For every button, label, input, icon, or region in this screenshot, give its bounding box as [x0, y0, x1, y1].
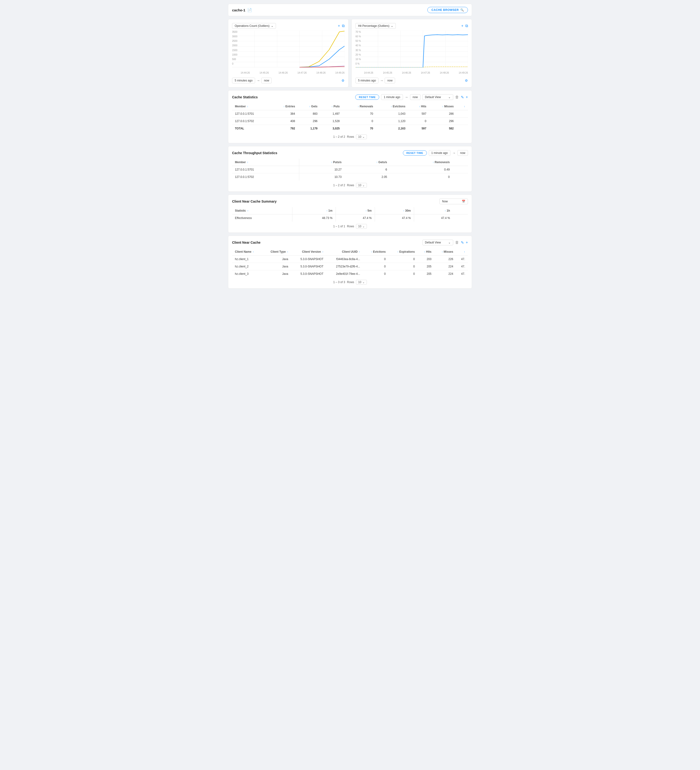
table-row: 127.0.0.1:5701 10.27 6 0.49 — [232, 166, 468, 173]
chevron-down-icon: ⌄ — [362, 280, 365, 284]
chevron-down-icon: ⌄ — [448, 241, 451, 244]
col-ncs-1m: ↑ 1m — [292, 207, 335, 215]
client-near-cache-pagination: 1 – 3 of 3 Rows 10 ⌄ — [232, 280, 468, 285]
client-near-cache-table: Client Name ↑ Client Type ↑ Client Versi… — [232, 248, 468, 277]
cell-total-evictions: 2,163 — [376, 125, 408, 132]
time-from-left[interactable]: 5 minutes ago — [232, 78, 255, 83]
cache-browser-button[interactable]: CACHE BROWSER 🔍 — [427, 7, 468, 13]
settings-icon-left[interactable]: ⚙ — [342, 79, 345, 82]
plus-icon[interactable]: + — [338, 24, 340, 28]
cell-ncs-1m: 48.73 % — [292, 215, 335, 222]
x-axis-labels-right: 14:44:2614:45:2614:46:2614:47:2614:48:26… — [355, 71, 468, 74]
time-to-right[interactable]: now — [385, 78, 395, 83]
chevron-down-icon: ⌄ — [362, 184, 365, 187]
col-cnc-hits: ↑ Hits — [418, 248, 434, 256]
table-row: 127.0.0.1:5702 10.73 2.05 0 — [232, 173, 468, 181]
cache-statistics-title: Cache Statistics — [232, 95, 258, 99]
cell-gets: 296 — [298, 118, 320, 125]
col-evictions: ↑ Evictions — [376, 103, 408, 110]
cell-evictions: 1,043 — [376, 110, 408, 118]
cell-ts-puts-2: 10.73 — [299, 173, 344, 181]
chart-actions-left: + ⧉ — [338, 24, 345, 28]
cell-member: 127.0.0.1:5702 — [232, 118, 270, 125]
left-chart-svg — [232, 31, 345, 68]
chart-header-right: Hit Percentage (Outliers) ⌄ + ⧉ — [355, 23, 468, 29]
delete-button[interactable]: 🗑 — [455, 95, 459, 99]
near-cache-summary-rows-select[interactable]: 10 ⌄ — [356, 224, 367, 229]
right-chart-area: 70 %60 %50 %40 %30 %20 %10 %0 % — [355, 31, 468, 73]
expand-icon[interactable]: ⧉ — [342, 24, 345, 28]
time-from-right[interactable]: 5 minutes ago — [355, 78, 379, 83]
edit-button[interactable]: ✎ — [461, 95, 464, 100]
cache-statistics-reset-time-button[interactable]: RESET TIME — [355, 94, 379, 100]
cache-statistics-section: Cache Statistics RESET TIME 1 minute ago… — [228, 90, 472, 143]
chart-header-left: Operations Count (Outliers) ⌄ + ⧉ — [232, 23, 345, 29]
operations-count-dropdown[interactable]: Operations Count (Outliers) ⌄ — [232, 23, 276, 29]
chevron-down-icon: ⌄ — [391, 24, 393, 28]
near-cache-summary-header-row: Statistic ↑ ↑ 1m ↑ 5m ↑ 30m ↑ 1h — [232, 207, 468, 215]
near-cache-summary-pagination: 1 – 1 of 1 Rows 10 ⌄ — [232, 224, 468, 229]
cache-statistics-time-from[interactable]: 1 minute ago — [381, 94, 403, 100]
col-cnc-name: Client Name ↑ — [232, 248, 263, 256]
cnc-add-button[interactable]: + — [466, 240, 468, 244]
throughput-time-from[interactable]: 1 minute ago — [429, 150, 450, 156]
client-near-cache-controls: Default View ⌄ 🗑 ✎ + — [423, 239, 468, 245]
cell-total-label: TOTAL — [232, 125, 270, 132]
right-chart-svg — [355, 31, 468, 68]
calendar-icon: 📅 — [462, 200, 465, 203]
settings-icon-right[interactable]: ⚙ — [465, 79, 468, 82]
client-near-cache-view-dropdown[interactable]: Default View ⌄ — [423, 239, 453, 245]
col-ncs-1h: ↑ 1h — [414, 207, 453, 215]
cache-statistics-time-to[interactable]: now — [410, 94, 421, 100]
col-cnc-expirations: ↑ Expirations — [389, 248, 418, 256]
throughput-statistics-table: Member ↑ ↑ Puts/s ↑ Gets/s ↑ Removes/s 1… — [232, 159, 468, 181]
hit-percentage-chart: Hit Percentage (Outliers) ⌄ + ⧉ 70 %60 %… — [352, 19, 472, 87]
table-row: hz.client_3 Java 5.3.0-SNAPSHOT 2e9e401f… — [232, 270, 468, 278]
cell-misses: 296 — [429, 118, 456, 125]
cnc-edit-button[interactable]: ✎ — [461, 240, 464, 245]
charts-row: Operations Count (Outliers) ⌄ + ⧉ 350030… — [228, 19, 472, 87]
cache-statistics-header: Cache Statistics RESET TIME 1 minute ago… — [232, 94, 468, 100]
col-puts: ↑ Puts — [320, 103, 342, 110]
expand-icon[interactable]: ⧉ — [465, 24, 468, 28]
throughput-time-to[interactable]: now — [458, 150, 468, 156]
col-cnc-uuid: Client UUID ↑ — [326, 248, 363, 256]
time-to-left[interactable]: now — [261, 78, 272, 83]
cell-ts-gets-2: 2.05 — [344, 173, 390, 181]
cell-total-entries: 792 — [270, 125, 298, 132]
cache-statistics-view-dropdown[interactable]: Default View ⌄ — [423, 94, 453, 100]
col-misses: ↑ Misses — [429, 103, 456, 110]
chevron-down-icon: ⌄ — [362, 135, 365, 139]
operations-count-chart: Operations Count (Outliers) ⌄ + ⧉ 350030… — [228, 19, 348, 87]
cell-ts-member-1: 127.0.0.1:5701 — [232, 166, 299, 173]
cnc-header-row: Client Name ↑ Client Type ↑ Client Versi… — [232, 248, 468, 256]
now-dropdown[interactable]: Now 📅 — [439, 199, 468, 204]
col-ts-puts: ↑ Puts/s — [299, 159, 344, 166]
throughput-rows-select[interactable]: 10 ⌄ — [356, 183, 367, 188]
table-header-row: Member ↑ ↑ Entries ↑ Gets ↑ Puts ↑ Remov… — [232, 103, 468, 110]
col-cnc-version: Client Version ↑ — [291, 248, 326, 256]
plus-icon[interactable]: + — [461, 24, 463, 28]
client-near-cache-rows-select[interactable]: 10 ⌄ — [356, 280, 367, 285]
cnc-delete-button[interactable]: 🗑 — [455, 240, 459, 244]
cell-removals: 70 — [342, 110, 376, 118]
cache-statistics-pagination: 1 – 2 of 2 Rows 10 ⌄ — [232, 134, 468, 139]
arrow-icon-cs: → — [405, 95, 408, 99]
rows-select[interactable]: 10 ⌄ — [356, 134, 367, 139]
table-row: Effectiveness 48.73 % 47.4 % 47.4 % 47.4… — [232, 215, 468, 222]
cell-total-gets: 1,179 — [298, 125, 320, 132]
table-total-row: TOTAL 792 1,179 3,025 70 2,163 597 582 — [232, 125, 468, 132]
add-button[interactable]: + — [466, 95, 468, 99]
hit-percentage-dropdown[interactable]: Hit Percentage (Outliers) ⌄ — [355, 23, 396, 29]
col-ncs-5m: ↑ 5m — [335, 207, 374, 215]
cell-ts-removes-1: 0.49 — [390, 166, 453, 173]
col-ncs-statistic: Statistic ↑ — [232, 207, 292, 215]
throughput-reset-time-button[interactable]: RESET TIME — [403, 150, 427, 155]
cell-entries: 384 — [270, 110, 298, 118]
cell-hits: 0 — [408, 118, 429, 125]
col-ts-member: Member ↑ — [232, 159, 299, 166]
near-cache-summary-header: Client Near Cache Summary Now 📅 — [232, 199, 468, 204]
arrow-right-icon-right: → — [380, 79, 383, 82]
cell-total-misses: 582 — [429, 125, 456, 132]
cell-hits: 597 — [408, 110, 429, 118]
